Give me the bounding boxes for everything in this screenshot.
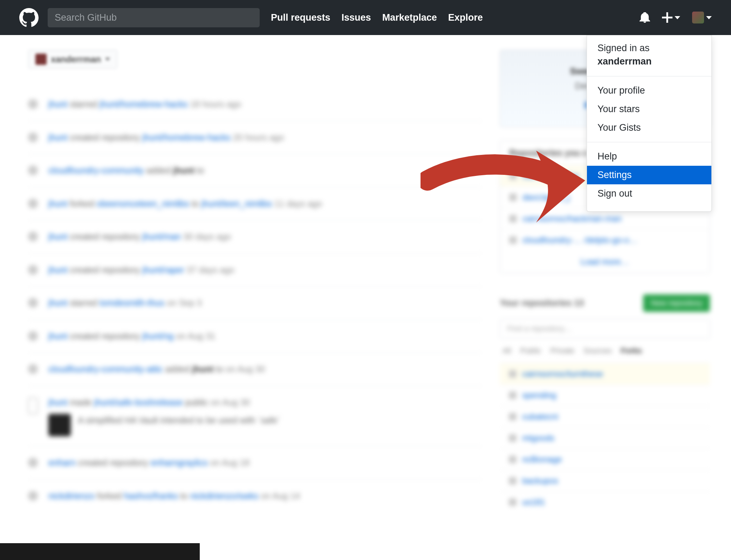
feed-icon bbox=[28, 265, 38, 275]
your-repositories: Your repositories 13 New repository Find… bbox=[500, 287, 710, 513]
menu-your-stars[interactable]: Your stars bbox=[587, 100, 711, 118]
feed-item: jhunt starred tomdesmith-thus on Sep 3 bbox=[28, 286, 482, 320]
feed-icon bbox=[28, 298, 38, 308]
dropdown-signed-in-as: Signed in as xanderrman bbox=[587, 35, 711, 76]
caret-down-icon bbox=[706, 16, 712, 19]
feed-item: jhunt created repository jhunt/man 30 da… bbox=[28, 220, 482, 253]
your-repos-title: Your repositories 13 bbox=[500, 298, 584, 308]
repo-row[interactable]: cairnsornoc/turnthese bbox=[500, 363, 710, 384]
nav-pull-requests[interactable]: Pull requests bbox=[271, 12, 330, 23]
github-logo[interactable] bbox=[19, 8, 39, 27]
feed-text: jhunt created repository jhunt/raper 37 … bbox=[48, 264, 234, 277]
feed-text: jhunt created repository jhunt/ng on Aug… bbox=[48, 330, 216, 343]
feed-text: enharn created repository enharngraylics… bbox=[48, 456, 250, 470]
tab-all[interactable]: All bbox=[503, 346, 511, 355]
caret-down-icon bbox=[105, 58, 110, 61]
tab-forks[interactable]: Forks bbox=[621, 346, 642, 355]
signed-in-label: Signed in as bbox=[597, 43, 650, 53]
tab-sources[interactable]: Sources bbox=[583, 346, 612, 355]
menu-settings[interactable]: Settings bbox=[587, 166, 711, 184]
feed-item: jhunt forked obeenonceteen_nimlibs to jh… bbox=[28, 187, 482, 220]
context-name: xanderrman bbox=[51, 54, 101, 64]
menu-your-profile[interactable]: Your profile bbox=[587, 81, 711, 100]
feed-text: cloudfoundry-community added jhunt to bbox=[48, 164, 204, 177]
feed-text: cloudfoundry-community-attic added jhunt… bbox=[48, 363, 265, 376]
feed-text: jhunt made jhunt/safe-boshrelease public… bbox=[48, 396, 280, 437]
global-header: Search GitHub Pull requests Issues Marke… bbox=[0, 0, 731, 35]
primary-nav: Pull requests Issues Marketplace Explore bbox=[271, 12, 483, 23]
feed-item: enharn created repository enharngraylics… bbox=[28, 446, 482, 479]
feed-icon bbox=[28, 491, 38, 501]
user-menu-trigger[interactable] bbox=[692, 12, 712, 23]
repo-row[interactable]: cloudfoundry-… /delpto-go-o… bbox=[500, 229, 710, 251]
feed-text: jhunt forked obeenonceteen_nimlibs to jh… bbox=[48, 197, 322, 211]
repo-row[interactable]: cubatecni bbox=[500, 406, 710, 427]
feed-icon bbox=[28, 99, 38, 109]
notifications-icon[interactable] bbox=[640, 12, 650, 23]
feed-text: jhunt starred jhunt/homebrew-hacks 18 ho… bbox=[48, 98, 241, 111]
feed-item: jhunt created repository jhunt/homebrew-… bbox=[28, 121, 482, 154]
feed-icon bbox=[28, 364, 38, 374]
signed-in-username: xanderrman bbox=[597, 56, 652, 67]
feed-icon bbox=[28, 458, 38, 467]
feed-icon bbox=[28, 331, 38, 341]
feed-icon bbox=[28, 132, 38, 142]
nav-explore[interactable]: Explore bbox=[448, 12, 483, 23]
search-input[interactable]: Search GitHub bbox=[48, 8, 260, 27]
feed-item: jhunt created repository jhunt/raper 37 … bbox=[28, 253, 482, 287]
repo-filter-input[interactable]: Find a repository… bbox=[500, 319, 710, 339]
nav-marketplace[interactable]: Marketplace bbox=[382, 12, 437, 23]
feed-item: jhunt made jhunt/safe-boshrelease public… bbox=[28, 386, 482, 446]
feed-icon bbox=[28, 232, 38, 241]
load-more[interactable]: Load more… bbox=[500, 251, 710, 273]
create-new-dropdown[interactable] bbox=[662, 12, 680, 23]
bottom-bar bbox=[0, 543, 200, 560]
user-menu-dropdown: Signed in as xanderrman Your profile You… bbox=[587, 35, 712, 212]
feed-icon bbox=[28, 199, 38, 209]
repo-row[interactable]: ncBionage bbox=[500, 449, 710, 470]
tab-private[interactable]: Private bbox=[550, 346, 574, 355]
feed-icon bbox=[28, 165, 38, 175]
feed-item: nickdirienzo forked hashvs/franks to nic… bbox=[28, 479, 482, 513]
feed-text: jhunt created repository jhunt/man 30 da… bbox=[48, 230, 231, 244]
feed-text: nickdirienzo forked hashvs/franks to nic… bbox=[48, 490, 300, 503]
repo-row[interactable]: backupos bbox=[500, 470, 710, 491]
context-avatar bbox=[35, 54, 47, 65]
user-avatar bbox=[692, 12, 704, 23]
feed-item: jhunt created repository jhunt/ng on Aug… bbox=[28, 320, 482, 353]
feed-text: jhunt starred tomdesmith-thus on Sep 3 bbox=[48, 296, 202, 310]
feed-item: jhunt starred jhunt/homebrew-hacks 18 ho… bbox=[28, 88, 482, 121]
context-switcher[interactable]: xanderrman bbox=[28, 50, 117, 69]
repo-row[interactable]: us181 bbox=[500, 491, 710, 513]
feed-text: jhunt created repository jhunt/homebrew-… bbox=[48, 131, 284, 144]
caret-down-icon bbox=[675, 16, 680, 19]
nav-issues[interactable]: Issues bbox=[342, 12, 371, 23]
repo-row[interactable]: spending bbox=[500, 384, 710, 406]
menu-help[interactable]: Help bbox=[587, 147, 711, 166]
feed-item: cloudfoundry-community-attic added jhunt… bbox=[28, 353, 482, 386]
new-repository-button[interactable]: New repository bbox=[643, 294, 710, 312]
tab-public[interactable]: Public bbox=[520, 346, 541, 355]
repo-row[interactable]: mtgoods bbox=[500, 427, 710, 449]
feed-item: cloudfoundry-community added jhunt to bbox=[28, 154, 482, 187]
news-feed: xanderrman jhunt starred jhunt/homebrew-… bbox=[28, 50, 482, 513]
menu-sign-out[interactable]: Sign out bbox=[587, 184, 711, 203]
menu-your-gists[interactable]: Your Gists bbox=[587, 118, 711, 137]
